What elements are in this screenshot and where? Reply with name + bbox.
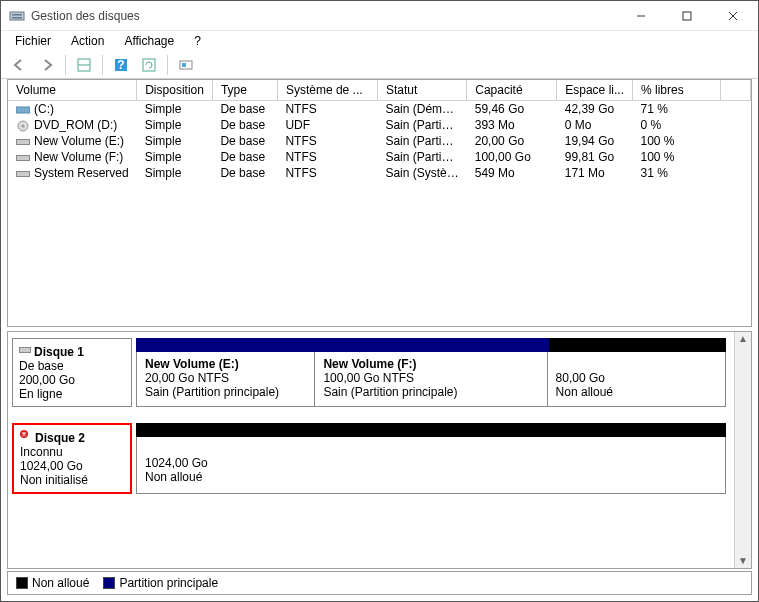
refresh-button[interactable] [137,53,161,77]
cell-capacity: 20,00 Go [467,133,557,149]
cell-free: 171 Mo [557,165,633,181]
partition-unalloc-2[interactable]: 1024,00 Go Non alloué [137,437,725,493]
table-row[interactable]: New Volume (E:)SimpleDe baseNTFSSain (Pa… [8,133,751,149]
disk-error-icon [20,430,32,445]
partition-status: Non alloué [556,385,717,399]
col-layout[interactable]: Disposition [137,80,213,101]
scroll-down-icon[interactable]: ▼ [738,556,748,566]
cell-status: Sain (Dém… [377,101,466,118]
titlebar[interactable]: Gestion des disques [1,1,758,31]
partition-unalloc-1[interactable]: 80,00 Go Non alloué [548,352,725,406]
scrollbar[interactable]: ▲ ▼ [734,332,751,568]
toolbar-separator [102,55,103,75]
disk-icon [19,344,31,359]
disk-row-1[interactable]: Disque 1 De base 200,00 Go En ligne New … [8,332,734,417]
cell-free: 42,39 Go [557,101,633,118]
partition-size: 100,00 Go NTFS [323,371,538,385]
col-filler[interactable] [721,80,751,101]
cell-pct: 71 % [632,101,720,118]
partition-f[interactable]: New Volume (F:) 100,00 Go NTFS Sain (Par… [315,352,547,406]
cell-volume: System Reserved [8,165,137,181]
cell-free: 99,81 Go [557,149,633,165]
disk-size: 200,00 Go [19,373,125,387]
disk-partitions-2: 1024,00 Go Non alloué [136,423,726,494]
cell-free: 0 Mo [557,117,633,133]
cell-layout: Simple [137,101,213,118]
svg-rect-22 [17,172,29,176]
settings-button[interactable] [174,53,198,77]
view-split-button[interactable] [72,53,96,77]
table-row[interactable]: DVD_ROM (D:)SimpleDe baseUDFSain (Parti…… [8,117,751,133]
strip-seg [136,423,726,437]
menu-help[interactable]: ? [186,32,209,50]
legend: Non alloué Partition principale [7,571,752,595]
disk-name: Disque 1 [34,345,84,359]
volume-icon [16,168,30,180]
menu-action[interactable]: Action [63,32,112,50]
cell-layout: Simple [137,165,213,181]
close-button[interactable] [710,1,756,30]
cell-pct: 100 % [632,149,720,165]
disk-partitions-1: New Volume (E:) 20,00 Go NTFS Sain (Part… [136,338,726,407]
maximize-button[interactable] [664,1,710,30]
disk-row-2[interactable]: Disque 2 Inconnu 1024,00 Go Non initiali… [8,417,734,504]
disk-type: Inconnu [20,445,124,459]
col-capacity[interactable]: Capacité [467,80,557,101]
partition-size: 1024,00 Go [145,456,717,470]
cell-status: Sain (Parti… [377,133,466,149]
back-button[interactable] [7,53,31,77]
menu-view[interactable]: Affichage [116,32,182,50]
minimize-button[interactable] [618,1,664,30]
col-volume[interactable]: Volume [8,80,137,101]
help-button[interactable]: ? [109,53,133,77]
table-row[interactable]: System ReservedSimpleDe baseNTFSSain (Sy… [8,165,751,181]
table-row[interactable]: New Volume (F:)SimpleDe baseNTFSSain (Pa… [8,149,751,165]
col-status[interactable]: Statut [377,80,466,101]
cell-capacity: 59,46 Go [467,101,557,118]
partition-e[interactable]: New Volume (E:) 20,00 Go NTFS Sain (Part… [137,352,315,406]
legend-swatch-black [16,577,28,589]
partition-status: Sain (Partition principale) [323,385,538,399]
table-row[interactable]: (C:)SimpleDe baseNTFSSain (Dém…59,46 Go4… [8,101,751,118]
strip [136,423,726,437]
svg-rect-11 [143,59,155,71]
volume-list-panel: Volume Disposition Type Système de ... S… [7,79,752,327]
cell-type: De base [212,149,277,165]
disk-management-window: Gestion des disques Fichier Action Affic… [0,0,759,602]
legend-swatch-navy [103,577,115,589]
menu-file[interactable]: Fichier [7,32,59,50]
svg-text:?: ? [117,58,124,72]
strip-seg [136,338,313,352]
disk-info-1[interactable]: Disque 1 De base 200,00 Go En ligne [12,338,132,407]
scroll-up-icon[interactable]: ▲ [738,334,748,344]
partition-status: Non alloué [145,470,717,484]
partition-size: 80,00 Go [556,371,717,385]
svg-point-16 [22,124,25,127]
legend-label: Non alloué [32,576,89,590]
cell-type: De base [212,133,277,149]
cell-capacity: 393 Mo [467,117,557,133]
volume-table[interactable]: Volume Disposition Type Système de ... S… [8,80,751,181]
volume-icon [16,152,30,164]
col-type[interactable]: Type [212,80,277,101]
forward-button[interactable] [35,53,59,77]
cell-pct: 100 % [632,133,720,149]
strip-seg [549,338,726,352]
svg-rect-20 [17,156,29,160]
legend-unallocated: Non alloué [16,576,89,590]
col-fs[interactable]: Système de ... [277,80,377,101]
cell-fs: NTFS [277,149,377,165]
toolbar: ? [1,51,758,79]
col-pct[interactable]: % libres [632,80,720,101]
legend-label: Partition principale [119,576,218,590]
partition-status: Sain (Partition principale) [145,385,306,399]
cell-capacity: 549 Mo [467,165,557,181]
disk-map-panel: Disque 1 De base 200,00 Go En ligne New … [7,331,752,569]
disk-info-2[interactable]: Disque 2 Inconnu 1024,00 Go Non initiali… [12,423,132,494]
svg-rect-13 [182,63,186,67]
cell-fs: NTFS [277,165,377,181]
cell-type: De base [212,101,277,118]
col-free[interactable]: Espace li... [557,80,633,101]
cell-layout: Simple [137,133,213,149]
cell-layout: Simple [137,117,213,133]
